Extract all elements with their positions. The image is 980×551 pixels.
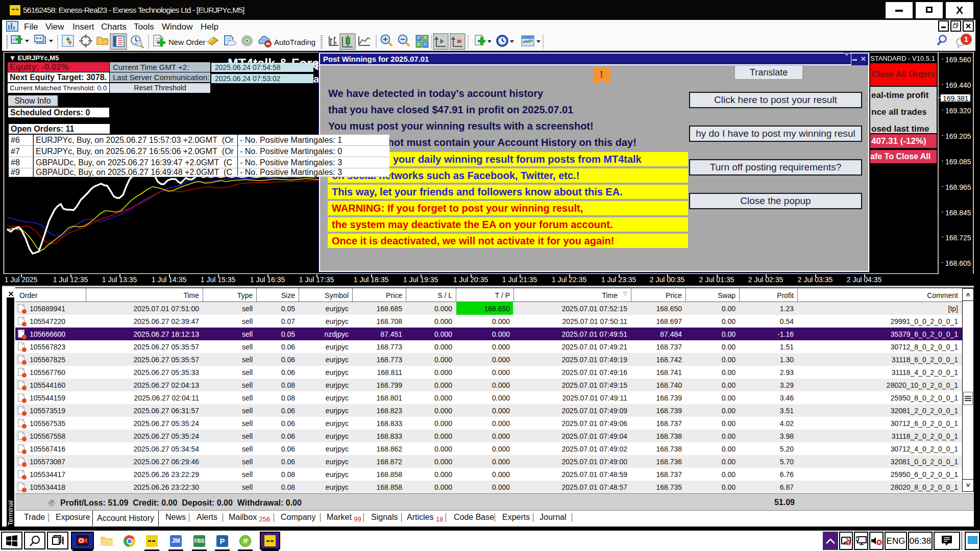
svg-text:1: 1 — [964, 35, 968, 43]
